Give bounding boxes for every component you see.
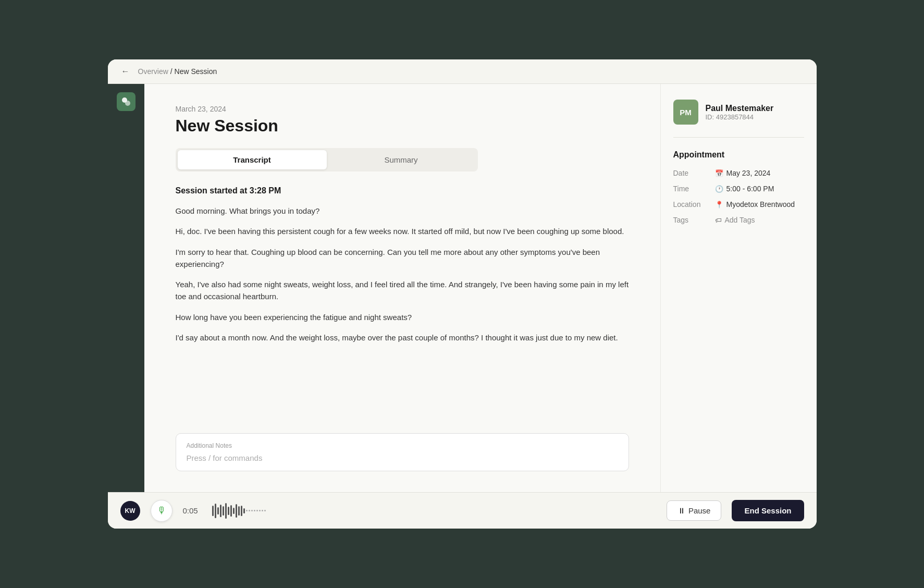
pause-label: Pause	[688, 506, 711, 515]
session-title: New Session	[176, 116, 629, 136]
transcript-line-6: I'd say about a month now. And the weigh…	[176, 332, 629, 344]
wave-dot-5	[256, 510, 258, 511]
patient-info: PM Paul Mestemaker ID: 4923857844	[673, 100, 804, 138]
breadcrumb-overview[interactable]: Overview	[138, 67, 168, 76]
clock-icon: 🕐	[715, 185, 723, 193]
main-content: March 23, 2024 New Session Transcript Su…	[144, 84, 660, 492]
calendar-icon: 📅	[715, 169, 723, 177]
tab-bar: Transcript Summary	[176, 148, 478, 172]
wave-bar-8	[230, 505, 232, 517]
wave-bar-3	[217, 507, 219, 514]
patient-name: Paul Mestemaker	[706, 104, 774, 113]
logo-icon	[117, 92, 135, 111]
svg-point-1	[125, 101, 130, 106]
transcript-lines: Good morning. What brings you in today? …	[176, 205, 629, 344]
appt-time-value: 🕐 5:00 - 6:00 PM	[715, 185, 774, 193]
notes-placeholder: Press / for commands	[187, 454, 618, 462]
appt-location-label: Location	[673, 200, 715, 209]
wave-dot-2	[249, 510, 250, 511]
transcript-line-1: Good morning. What brings you in today?	[176, 205, 629, 217]
transcript-line-5: How long have you been experiencing the …	[176, 311, 629, 323]
wave-bar-11	[238, 506, 240, 516]
breadcrumb: Overview / New Session	[138, 67, 217, 76]
tab-transcript[interactable]: Transcript	[178, 150, 327, 169]
end-session-button[interactable]: End Session	[732, 500, 804, 521]
tag-icon: 🏷	[715, 216, 722, 224]
wave-dot-1	[246, 510, 248, 511]
wave-bar-4	[220, 505, 221, 517]
back-button[interactable]: ←	[118, 66, 133, 77]
wave-dot-6	[259, 510, 261, 511]
pause-icon: ⏸	[677, 506, 685, 515]
appt-date-value: 📅 May 23, 2024	[715, 169, 771, 177]
location-icon: 📍	[715, 201, 723, 209]
timer-display: 0:05	[183, 506, 202, 515]
waveform	[212, 503, 266, 519]
wave-bar-2	[215, 504, 216, 518]
tab-summary[interactable]: Summary	[327, 150, 476, 169]
wave-bar-10	[236, 504, 237, 518]
appt-location-row: Location 📍 Myodetox Brentwood	[673, 200, 804, 209]
mic-icon: 🎙	[157, 505, 166, 516]
session-date: March 23, 2024	[176, 105, 629, 113]
session-started-label: Session started at 3:28 PM	[176, 186, 629, 195]
transcript-line-2: Hi, doc. I've been having this persisten…	[176, 225, 629, 237]
breadcrumb-separator: /	[170, 67, 175, 76]
appt-time-label: Time	[673, 185, 715, 193]
wave-bar-5	[223, 506, 224, 516]
pause-button[interactable]: ⏸ Pause	[667, 500, 722, 521]
wave-dot-3	[251, 510, 253, 511]
mic-button[interactable]: 🎙	[151, 500, 173, 522]
right-panel: PM Paul Mestemaker ID: 4923857844 Appoin…	[660, 84, 817, 492]
appt-tags-row: Tags 🏷 Add Tags	[673, 216, 804, 224]
appt-location-value: 📍 Myodetox Brentwood	[715, 200, 795, 209]
wave-bar-9	[233, 508, 235, 514]
appt-time-row: Time 🕐 5:00 - 6:00 PM	[673, 185, 804, 193]
user-avatar: KW	[120, 501, 140, 521]
notes-label: Additional Notes	[187, 442, 618, 449]
wave-bar-7	[228, 507, 229, 515]
breadcrumb-current: New Session	[175, 67, 217, 76]
additional-notes-box[interactable]: Additional Notes Press / for commands	[176, 433, 629, 471]
wave-dot-8	[264, 510, 266, 511]
wave-bar-6	[225, 503, 227, 519]
sidebar	[108, 84, 144, 492]
appt-date-row: Date 📅 May 23, 2024	[673, 169, 804, 177]
patient-avatar: PM	[673, 100, 698, 125]
appt-date-label: Date	[673, 169, 715, 177]
patient-id: ID: 4923857844	[706, 113, 774, 121]
appt-tags-label: Tags	[673, 216, 715, 224]
appointment-section: Appointment Date 📅 May 23, 2024 Time 🕐 5…	[673, 150, 804, 224]
bottom-bar: KW 🎙 0:05	[108, 492, 817, 529]
wave-bar-12	[241, 506, 242, 516]
transcript-line-3: I'm sorry to hear that. Coughing up bloo…	[176, 246, 629, 271]
wave-dot-4	[254, 510, 255, 511]
wave-dot-7	[262, 510, 263, 511]
wave-bar-13	[243, 508, 245, 513]
wave-bar-1	[212, 506, 214, 516]
transcript-line-4: Yeah, I've also had some night sweats, w…	[176, 278, 629, 303]
add-tags-button[interactable]: 🏷 Add Tags	[715, 216, 755, 224]
header-bar: ← Overview / New Session	[108, 59, 817, 84]
appointment-title: Appointment	[673, 150, 804, 160]
